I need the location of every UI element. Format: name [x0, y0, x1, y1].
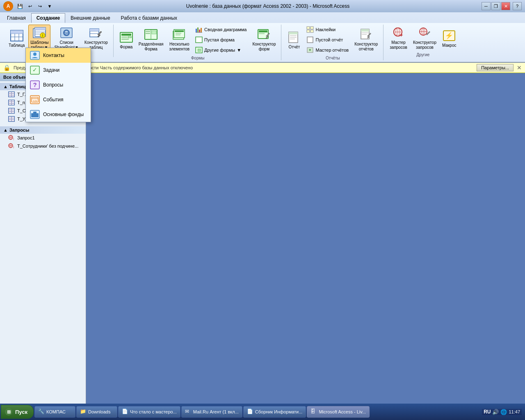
- ribbon-tabs: Главная Создание Внешние данные Работа с…: [0, 12, 525, 23]
- taskbar-downloads[interactable]: 📁 Downloads: [76, 406, 117, 418]
- divided-form-icon: [144, 28, 158, 41]
- ribbon-group-reports: Отчёт Наклейки: [282, 25, 383, 60]
- mail-icon: ✉: [185, 409, 192, 415]
- sys-tray: RU 🔊 🌐 11:47: [482, 409, 522, 415]
- svg-text:⚡: ⚡: [445, 32, 453, 39]
- clock: 11:47: [509, 409, 520, 414]
- downloads-label: Downloads: [88, 409, 110, 414]
- lang-indicator: RU: [484, 409, 491, 415]
- form-constructor-label: Конструкторформ: [252, 42, 276, 52]
- report-wizard-icon: ✦: [306, 46, 314, 54]
- nav-item-q2-label: T_Сотрудники' без подчине...: [17, 144, 78, 148]
- tasks-label: Задачи: [43, 67, 59, 73]
- taskbar-access[interactable]: 🗄 Microsoft Access - Liv...: [307, 406, 370, 418]
- help-btn[interactable]: ?: [513, 2, 522, 10]
- form-button[interactable]: Форма: [118, 29, 135, 51]
- dropdown-tasks[interactable]: ✓ Задачи: [26, 63, 91, 78]
- start-button[interactable]: ⊞ Пуск: [1, 405, 34, 419]
- stickers-button[interactable]: Наклейки: [304, 25, 351, 34]
- taskbar-mail[interactable]: ✉ Mail.Ru Агент (1 вкл...: [181, 406, 242, 418]
- svg-rect-62: [310, 30, 313, 32]
- svg-rect-7: [11, 30, 23, 34]
- taskbar-right: RU 🔊 🌐 11:47: [479, 409, 524, 415]
- customize-btn[interactable]: ▼: [45, 2, 54, 11]
- svg-text:✦: ✦: [308, 48, 312, 52]
- redo-btn[interactable]: ↪: [35, 2, 44, 11]
- svg-text:✓: ✓: [32, 66, 37, 73]
- questions-label: Вопросы: [43, 82, 63, 88]
- notification-close-button[interactable]: ✕: [517, 64, 522, 71]
- what-happened-label: Что стало с мастеро...: [130, 409, 177, 414]
- minimize-btn[interactable]: ─: [482, 2, 491, 10]
- assets-label: Основные фонды: [43, 112, 84, 117]
- dropdown-contacts[interactable]: Контакты: [26, 48, 91, 63]
- query-wizard-button[interactable]: ✦ Мастерзапросов: [388, 25, 409, 52]
- divided-form-button[interactable]: РазделённаяФорма: [137, 26, 166, 53]
- nav-item-q2[interactable]: ! T_Сотрудники' без подчине...: [0, 142, 86, 150]
- notification-params-button[interactable]: Параметры...: [477, 64, 514, 71]
- form-icon: [120, 31, 133, 44]
- dropdown-questions[interactable]: ? Вопросы: [26, 78, 91, 92]
- kompas-label: КОМПАС: [46, 409, 66, 414]
- svg-text:!: !: [13, 137, 14, 141]
- query-wizard-icon: ✦: [392, 26, 405, 39]
- svg-rect-27: [121, 34, 131, 36]
- svg-rect-61: [307, 30, 310, 32]
- svg-text:✦: ✦: [399, 32, 403, 38]
- ribbon-group-forms: Форма РазделённаяФорма: [114, 25, 282, 60]
- forms-col-right: Сводная диаграмма Пустая форма: [193, 25, 249, 55]
- taskbar: ⊞ Пуск 🔧 КОМПАС 📁 Downloads 📄 Что стало …: [0, 404, 525, 420]
- undo-btn[interactable]: ↩: [25, 2, 34, 11]
- report-constructor-icon: [360, 28, 373, 41]
- nav-queries-header[interactable]: ▲ Запросы: [0, 126, 86, 134]
- volume-icon[interactable]: 🔊: [492, 409, 499, 415]
- save-quick-btn[interactable]: 💾: [16, 2, 25, 11]
- svg-text:?: ?: [33, 81, 37, 88]
- network-icon[interactable]: 🌐: [500, 409, 507, 415]
- report-constructor-label: Конструкторотчётов: [354, 42, 378, 52]
- svg-rect-23: [90, 29, 99, 31]
- svg-rect-44: [201, 28, 202, 32]
- nav-queries-section: ▲ Запросы ! Запрос1 !: [0, 125, 86, 152]
- other-forms-button[interactable]: ▤ Другие формы▼: [193, 45, 249, 55]
- form-constructor-button[interactable]: Конструкторформ: [250, 26, 278, 53]
- svg-rect-40: [176, 34, 180, 35]
- macro-icon: ⚡: [443, 29, 456, 42]
- macro-button[interactable]: ⚡ Макрос: [440, 27, 459, 49]
- table-button[interactable]: Таблица: [7, 27, 27, 49]
- multi-form-button[interactable]: Несколькоэлементов: [167, 26, 192, 53]
- taskbar-kompas[interactable]: 🔧 КОМПАС: [34, 406, 75, 418]
- assets-icon: [30, 110, 40, 119]
- sharepoint-icon: SP: [60, 26, 73, 39]
- kompas-icon: 🔧: [38, 409, 45, 415]
- tab-home[interactable]: Главная: [2, 13, 31, 23]
- svg-rect-43: [199, 30, 200, 32]
- report-constructor-button[interactable]: Конструкторотчётов: [352, 26, 380, 53]
- dropdown-events[interactable]: 13 События: [26, 92, 91, 107]
- query-constructor-label: Конструкторзапросов: [413, 40, 436, 50]
- blank-form-button[interactable]: Пустая форма: [193, 35, 249, 45]
- contacts-icon: [30, 50, 40, 60]
- report-wizard-button[interactable]: ✦ Мастер отчётов: [304, 45, 351, 55]
- access-icon: 🗄: [310, 409, 317, 415]
- tab-database[interactable]: Работа с базами данных: [116, 13, 183, 23]
- table-btn-label: Таблица: [9, 43, 25, 48]
- taskbar-what-happened[interactable]: 📄 Что стало с мастеро...: [118, 406, 180, 418]
- query-constructor-button[interactable]: Конструкторзапросов: [411, 25, 438, 52]
- quick-access-toolbar: 💾 ↩ ↪ ▼: [16, 2, 54, 11]
- nav-item-q1[interactable]: ! Запрос1: [0, 134, 86, 142]
- svg-rect-55: [289, 32, 298, 34]
- taskbar-sbornik[interactable]: 📄 Сборник Информати...: [243, 406, 306, 418]
- close-btn[interactable]: ✕: [501, 2, 510, 10]
- report-button[interactable]: Отчёт: [285, 29, 303, 51]
- blank-report-button[interactable]: Пустой отчёт: [304, 35, 351, 45]
- svg-text:13: 13: [33, 99, 37, 103]
- tasks-icon: ✓: [30, 65, 40, 75]
- restore-btn[interactable]: ❒: [491, 2, 500, 10]
- pivot-chart-button[interactable]: Сводная диаграмма: [193, 25, 249, 34]
- dropdown-assets[interactable]: Основные фонды: [26, 107, 91, 122]
- multi-form-icon: [173, 28, 186, 41]
- svg-rect-13: [35, 27, 46, 30]
- tab-external[interactable]: Внешние данные: [65, 13, 116, 23]
- tab-create[interactable]: Создание: [31, 13, 65, 23]
